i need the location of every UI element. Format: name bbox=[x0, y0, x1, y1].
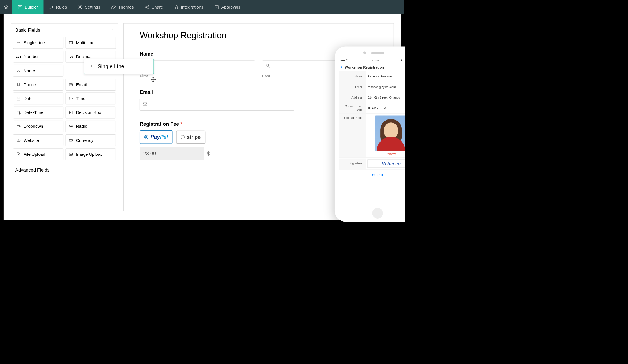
nav-integrations[interactable]: Integrations bbox=[168, 0, 209, 14]
home-button[interactable] bbox=[0, 0, 12, 14]
dragging-label: Single Line bbox=[98, 63, 124, 69]
dropdown-icon bbox=[16, 124, 21, 129]
signature-box[interactable]: Rebecca bbox=[367, 159, 404, 168]
phone-title: Workshop Registration bbox=[345, 65, 384, 69]
single-line-icon bbox=[16, 40, 21, 45]
field-time[interactable]: Time bbox=[66, 93, 116, 105]
nav-label: Rules bbox=[56, 5, 67, 10]
back-button[interactable] bbox=[340, 65, 343, 69]
form-title: Workshop Registration bbox=[140, 31, 377, 40]
phone-row-slot[interactable]: Choose Time Slot 10 AM - 1 PM bbox=[339, 103, 404, 114]
field-email[interactable]: Email bbox=[66, 79, 116, 91]
field-dropdown[interactable]: Dropdown bbox=[13, 121, 63, 132]
decimal-icon: .00 bbox=[69, 54, 74, 59]
field-name[interactable]: Name bbox=[13, 65, 63, 77]
basic-fields-header[interactable]: Basic Fields bbox=[11, 23, 118, 37]
svg-point-7 bbox=[18, 69, 19, 71]
svg-point-24 bbox=[267, 64, 268, 66]
svg-point-18 bbox=[70, 126, 72, 127]
phone-form-list: Name Rebecca Pearson Email rebecca@zylke… bbox=[339, 71, 404, 180]
currency-symbol: $ bbox=[207, 150, 210, 157]
svg-point-26 bbox=[347, 61, 347, 61]
file-upload-icon bbox=[16, 152, 21, 157]
nav-share[interactable]: Share bbox=[139, 0, 169, 14]
first-name-input[interactable] bbox=[140, 61, 255, 72]
home-button-phone[interactable] bbox=[372, 208, 383, 219]
nav-label: Integrations bbox=[181, 5, 203, 10]
single-line-icon bbox=[90, 63, 95, 70]
field-image-upload[interactable]: Image Upload bbox=[66, 149, 116, 160]
main-workspace: Basic Fields Single Line Multi Line 123N… bbox=[4, 14, 401, 220]
phone-preview: ••••• 9:41 AM ✱ 100% Workshop Registrati… bbox=[335, 46, 404, 222]
nav-label: Builder bbox=[25, 5, 38, 10]
nav-builder[interactable]: Builder bbox=[12, 0, 44, 14]
field-currency[interactable]: Currency bbox=[66, 134, 116, 146]
integrations-icon bbox=[174, 5, 179, 10]
nav-rules[interactable]: Rules bbox=[43, 0, 72, 14]
nav-themes[interactable]: Themes bbox=[106, 0, 139, 14]
svg-point-4 bbox=[148, 8, 149, 9]
move-cursor-icon bbox=[150, 77, 156, 83]
amount-input[interactable] bbox=[140, 147, 204, 160]
paypal-option[interactable]: PayPal bbox=[140, 130, 173, 144]
field-file-upload[interactable]: File Upload bbox=[13, 149, 63, 160]
svg-rect-11 bbox=[17, 97, 20, 100]
field-multi-line[interactable]: Multi Line bbox=[66, 37, 116, 49]
section-title: Advanced Fields bbox=[15, 167, 50, 173]
svg-point-21 bbox=[71, 140, 71, 141]
phone-icon bbox=[16, 82, 21, 87]
builder-icon bbox=[17, 5, 22, 10]
stripe-option[interactable]: stripe bbox=[176, 131, 205, 144]
time-icon bbox=[69, 96, 74, 101]
remove-photo-link[interactable]: Remove bbox=[386, 152, 396, 156]
battery-text: 100% bbox=[403, 59, 404, 62]
nav-approvals[interactable]: Approvals bbox=[209, 0, 246, 14]
approvals-icon bbox=[214, 5, 219, 10]
field-phone[interactable]: Phone bbox=[13, 79, 63, 91]
svg-rect-20 bbox=[69, 139, 73, 141]
svg-rect-6 bbox=[69, 41, 73, 44]
section-title: Basic Fields bbox=[15, 27, 40, 33]
person-icon bbox=[265, 63, 270, 69]
paypal-logo: PayPal bbox=[151, 134, 168, 140]
advanced-fields-header[interactable]: Advanced Fields bbox=[11, 163, 118, 177]
nav-label: Settings bbox=[85, 5, 100, 10]
nav-settings[interactable]: Settings bbox=[72, 0, 106, 14]
radio-selected-icon bbox=[144, 135, 148, 139]
svg-point-9 bbox=[18, 86, 19, 86]
phone-camera-dot bbox=[363, 51, 366, 54]
field-website[interactable]: Website bbox=[13, 134, 63, 146]
website-icon bbox=[16, 138, 21, 143]
number-icon: 123 bbox=[16, 54, 21, 59]
image-upload-icon bbox=[69, 152, 74, 157]
svg-rect-13 bbox=[17, 111, 19, 114]
svg-point-2 bbox=[145, 7, 146, 7]
phone-speaker bbox=[371, 52, 384, 54]
share-icon bbox=[144, 5, 149, 10]
email-input[interactable] bbox=[140, 99, 294, 111]
date-icon bbox=[16, 96, 21, 101]
radio-unselected-icon bbox=[181, 135, 185, 139]
fields-sidebar: Basic Fields Single Line Multi Line 123N… bbox=[11, 23, 118, 211]
radio-icon bbox=[69, 124, 74, 129]
svg-rect-22 bbox=[69, 153, 73, 155]
field-date[interactable]: Date bbox=[13, 93, 63, 105]
submit-button[interactable]: Submit bbox=[372, 173, 383, 177]
carrier-dots: ••••• bbox=[341, 59, 345, 62]
phone-row-email[interactable]: Email rebecca@zylker.com bbox=[339, 82, 404, 92]
phone-row-signature[interactable]: Signature Rebecca bbox=[339, 158, 404, 170]
first-sublabel: First bbox=[140, 74, 255, 79]
svg-rect-15 bbox=[70, 111, 72, 114]
date-time-icon bbox=[16, 110, 21, 115]
stripe-logo: stripe bbox=[187, 134, 201, 140]
field-radio[interactable]: Radio bbox=[66, 121, 116, 132]
field-single-line[interactable]: Single Line bbox=[13, 37, 63, 49]
field-date-time[interactable]: Date-Time bbox=[13, 107, 63, 119]
field-decision-box[interactable]: Decision Box bbox=[66, 107, 116, 119]
phone-row-address[interactable]: Address 514, 6th Street, Orlando bbox=[339, 92, 404, 103]
dragging-field-tile[interactable]: Single Line bbox=[84, 59, 154, 74]
phone-row-name[interactable]: Name Rebecca Pearson bbox=[339, 71, 404, 82]
svg-point-3 bbox=[148, 6, 149, 6]
field-number[interactable]: 123Number bbox=[13, 51, 63, 63]
phone-row-photo[interactable]: Upload Photo Remove bbox=[339, 114, 404, 158]
